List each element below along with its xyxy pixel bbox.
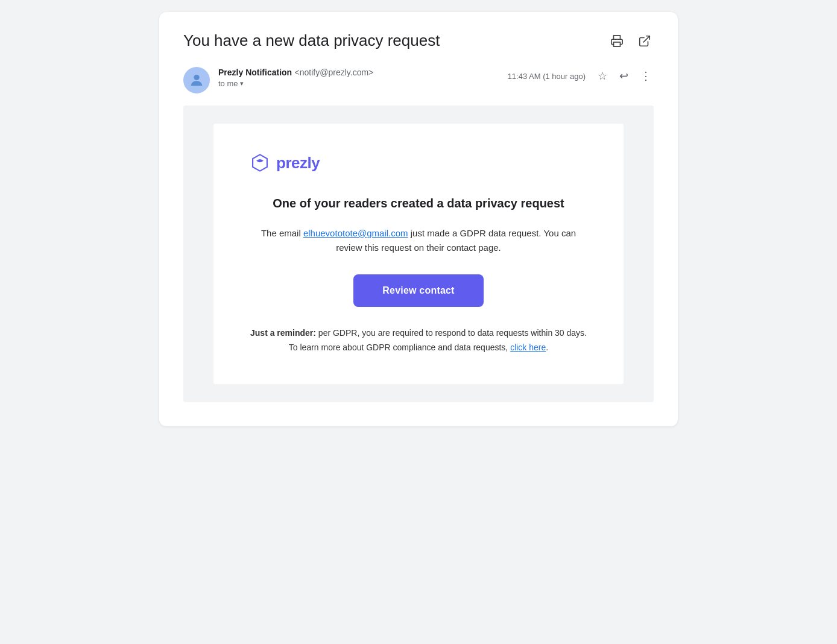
print-button[interactable] [608,32,626,50]
learn-more-after: . [546,343,548,352]
prezly-logo: prezly [250,153,587,173]
review-contact-button[interactable]: Review contact [353,274,483,307]
email-timestamp: 11:43 AM (1 hour ago) [508,72,586,81]
svg-rect-0 [614,42,621,46]
review-button-wrapper: Review contact [250,274,587,307]
prezly-wordmark: prezly [276,154,320,172]
sender-email: <notify@prezly.com> [295,68,374,77]
title-actions [608,32,654,50]
svg-point-2 [194,75,199,80]
reminder-body: per GDPR, you are required to respond to… [316,328,587,338]
reminder-bold: Just a reminder: [250,328,316,338]
prezly-icon [250,153,270,173]
body-text-before: The email [261,228,303,238]
email-heading: One of your readers created a data priva… [250,195,587,212]
svg-line-1 [643,36,649,42]
star-icon: ☆ [598,70,607,82]
email-body-wrapper: prezly One of your readers created a dat… [183,106,654,402]
open-new-window-button[interactable] [636,32,654,50]
sender-to-label: to me [218,79,238,88]
star-button[interactable]: ☆ [595,67,610,85]
sender-info: Prezly Notification <notify@prezly.com> … [218,67,373,88]
sender-left: Prezly Notification <notify@prezly.com> … [183,67,373,93]
reminder-text: Just a reminder: per GDPR, you are requi… [250,326,587,355]
learn-more-before: To learn more about GDPR compliance and … [289,343,510,352]
avatar [183,67,210,93]
more-options-button[interactable]: ⋮ [638,67,654,85]
sender-name: Prezly Notification [218,68,292,77]
requester-email-link[interactable]: elhuevototote@gmail.com [303,228,408,238]
email-title-row: You have a new data privacy request [183,31,654,50]
chevron-down-icon: ▾ [240,80,244,87]
reply-button[interactable]: ↩ [617,67,631,85]
sender-action-icons: ☆ ↩ ⋮ [595,67,654,85]
sender-name-row: Prezly Notification <notify@prezly.com> [218,67,373,78]
sender-to[interactable]: to me ▾ [218,79,373,88]
email-title: You have a new data privacy request [183,31,608,50]
click-here-link[interactable]: click here [510,343,546,352]
more-icon: ⋮ [640,70,651,82]
sender-row: Prezly Notification <notify@prezly.com> … [183,67,654,93]
reply-icon: ↩ [619,70,628,82]
sender-right: 11:43 AM (1 hour ago) ☆ ↩ ⋮ [508,67,654,85]
email-content: prezly One of your readers created a dat… [213,124,624,384]
email-body-text: The email elhuevototote@gmail.com just m… [250,226,587,255]
email-container: You have a new data privacy request [159,12,678,426]
